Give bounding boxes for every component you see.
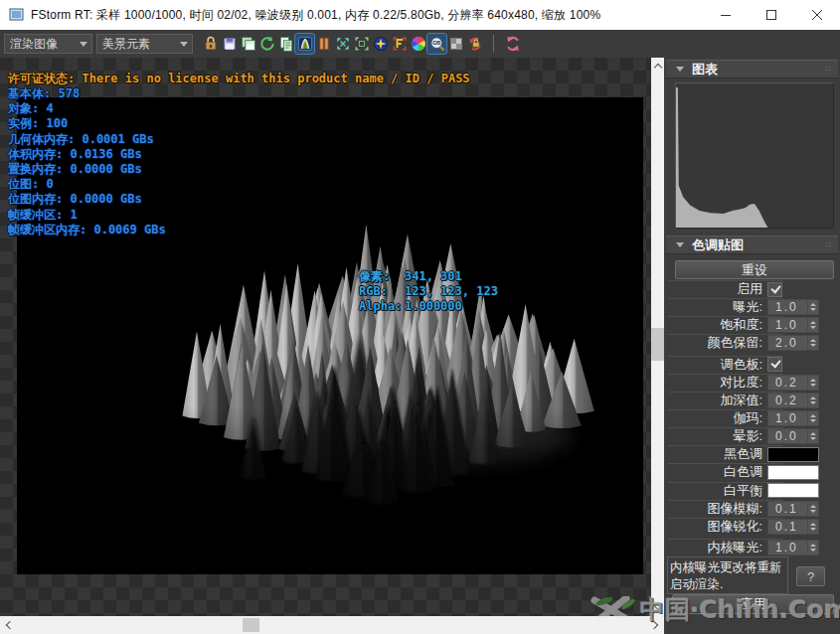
spinner-value: 1.0	[768, 318, 807, 332]
alpha-checker-icon[interactable]	[446, 34, 465, 54]
lock-icon[interactable]	[201, 34, 220, 54]
spinner-field[interactable]: 1.0	[767, 317, 819, 333]
lock-rerender-icon[interactable]	[465, 34, 484, 54]
color-swatch[interactable]	[767, 447, 819, 462]
spinner-arrows[interactable]	[807, 336, 818, 350]
minimize-button[interactable]	[703, 0, 749, 30]
render-stats: 基本体: 578对象: 4实例: 100几何体内存: 0.0001 GBs体积内…	[8, 86, 166, 238]
spinner-value: 0.0	[768, 429, 807, 443]
tonemap-row: 调色板:	[664, 356, 840, 374]
tonemap-row-label: 图像模糊:	[664, 500, 765, 518]
save-icon[interactable]	[220, 34, 239, 54]
tonemap-row: 伽玛:1.0	[664, 409, 840, 427]
spinner-field[interactable]: 1.0	[767, 410, 819, 426]
tonemap-row-label: 对比度:	[664, 374, 765, 392]
spinner-arrows[interactable]	[807, 541, 818, 555]
spinner-field[interactable]: 2.0	[767, 335, 819, 351]
spinner-arrows[interactable]	[807, 318, 818, 332]
close-button[interactable]	[794, 0, 840, 30]
tonemap-row-label: 白平衡	[664, 482, 765, 500]
color-swatch[interactable]	[767, 483, 819, 498]
chevron-down-icon	[76, 35, 91, 53]
horizontal-scroll-thumb[interactable]	[243, 618, 259, 632]
spinner-arrows[interactable]	[807, 394, 818, 407]
stat-line: 位图内存: 0.0000 GBs	[8, 192, 166, 207]
maximize-button[interactable]	[749, 0, 794, 30]
tonemap-section-header[interactable]: 色调贴图 ∷	[666, 236, 838, 254]
tonemap-row-label: 饱和度:	[664, 316, 765, 334]
frame-stamp-icon[interactable]	[390, 34, 409, 54]
spinner-value: 0.2	[768, 394, 807, 407]
refresh-icon[interactable]	[503, 34, 522, 54]
scroll-right-icon[interactable]	[649, 618, 662, 631]
spinner-field[interactable]: 1.0	[767, 299, 819, 315]
scroll-up-icon[interactable]	[651, 60, 664, 73]
stat-line: 置换内存: 0.0000 GBs	[8, 162, 166, 177]
spinner-arrows[interactable]	[807, 300, 818, 314]
spinner-value: 0.1	[768, 502, 807, 516]
help-button[interactable]: ?	[796, 566, 825, 586]
stat-line: 帧缓冲区: 1	[8, 208, 166, 223]
color-wheel-icon[interactable]	[409, 34, 427, 54]
spinner-value: 0.1	[768, 520, 807, 534]
vertical-scroll-thumb[interactable]	[651, 328, 664, 361]
horizontal-scrollbar[interactable]	[0, 616, 664, 634]
tonemap-row-label: 曝光:	[664, 298, 765, 316]
spinner-arrows[interactable]	[807, 429, 818, 443]
tonemap-row-label: 加深值:	[664, 392, 765, 409]
spinner-field[interactable]: 0.0	[767, 428, 819, 444]
spinner-arrows[interactable]	[807, 376, 818, 390]
tonemap-row: 饱和度:1.0	[664, 316, 840, 334]
region-icon[interactable]	[352, 34, 371, 54]
tonemap-row-label: 颜色保留:	[664, 334, 765, 352]
tonemap-section-title: 色调贴图	[692, 237, 826, 254]
spinner-value: 1.0	[768, 411, 807, 425]
render-viewport[interactable]: 许可证状态: There is no license with this pro…	[0, 58, 651, 616]
copy-icon[interactable]	[276, 34, 295, 54]
spinner-field[interactable]: 0.1	[767, 501, 819, 517]
tonemap-row: 晕影:0.0	[664, 427, 840, 445]
spinner-field[interactable]: 0.2	[767, 393, 819, 408]
tonemap-row-label: 调色板:	[664, 356, 765, 374]
navigate-icon[interactable]	[371, 34, 390, 54]
pause-icon[interactable]	[314, 34, 333, 54]
chart-section-header[interactable]: 图表 ∷	[666, 60, 838, 79]
window-title: FStorm RT: 采样 1000/1000, 时间 02/02, 噪波级别 …	[31, 7, 600, 24]
fit-view-icon[interactable]	[333, 34, 352, 54]
tonemap-row-label: 图像锐化:	[664, 518, 765, 536]
spinner-arrows[interactable]	[807, 520, 818, 534]
tonemap-row: 白平衡	[664, 482, 840, 500]
save-all-icon[interactable]	[239, 34, 257, 54]
restore-icon[interactable]	[257, 34, 276, 54]
apply-button[interactable]: 应用	[672, 594, 834, 614]
vertical-scrollbar[interactable]	[651, 58, 664, 616]
spinner-field[interactable]: 1.0	[767, 540, 819, 555]
checkbox[interactable]	[767, 282, 782, 297]
tonemap-row: 对比度:0.2	[664, 374, 840, 392]
settings-panel: 图表 ∷ 色调贴图 ∷ 重设 启用曝光:1.0饱和度:1.0颜色保留:2.0调色…	[664, 58, 840, 634]
gb-zoom-icon[interactable]: GB	[427, 34, 446, 54]
tonemap-row-label: 内核曝光:	[664, 539, 765, 556]
spinner-field[interactable]: 0.2	[767, 375, 819, 391]
render-element-label: 美景元素	[97, 36, 176, 53]
render-channel-dropdown[interactable]: 渲染图像	[4, 34, 92, 54]
scroll-left-icon[interactable]	[2, 618, 15, 631]
tonemap-row-label: 启用	[664, 280, 765, 298]
spinner-field[interactable]: 0.1	[767, 519, 819, 535]
render-element-dropdown[interactable]: 美景元素	[96, 34, 193, 54]
stat-line: 实例: 100	[8, 116, 166, 131]
kernel-exposure-note: 内核曝光更改将重新启动渲染.	[667, 556, 788, 594]
spinner-arrows[interactable]	[807, 502, 818, 516]
checkbox[interactable]	[767, 357, 782, 372]
tonemap-row: 启用	[664, 280, 840, 298]
reset-button[interactable]: 重设	[675, 260, 834, 279]
pixel-info-overlay: 像素:341, 301RGB:123, 123, 123Alpha:1.0000…	[359, 269, 498, 315]
chart-section-title: 图表	[692, 61, 826, 79]
tonemap-row: 内核曝光:1.0	[664, 539, 840, 556]
grip-icon: ∷	[826, 243, 832, 247]
spinner-arrows[interactable]	[807, 411, 818, 425]
app-icon	[9, 7, 25, 23]
color-mapping-icon[interactable]	[295, 34, 314, 54]
scroll-down-icon[interactable]	[651, 601, 664, 614]
color-swatch[interactable]	[767, 465, 819, 480]
